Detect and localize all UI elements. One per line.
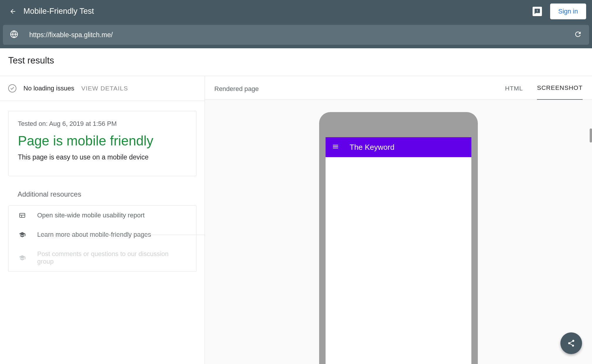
resource-label: Open site-wide mobile usability report [37, 212, 145, 219]
resource-label: Post comments or questions to our discus… [37, 250, 187, 265]
globe-icon [10, 30, 18, 40]
preview-label: Rendered page [214, 85, 491, 93]
graduation-cap-icon [18, 231, 27, 238]
phone-mockup: The Keyword [319, 112, 478, 364]
feedback-icon[interactable] [533, 7, 542, 16]
view-details-link[interactable]: VIEW DETAILS [81, 85, 128, 92]
resource-item-report[interactable]: Open site-wide mobile usability report [8, 206, 196, 225]
right-panel: Rendered page HTML SCREENSHOT The Keywor… [205, 76, 592, 364]
tab-screenshot[interactable]: SCREENSHOT [537, 84, 583, 100]
back-arrow-icon[interactable] [9, 8, 16, 15]
left-panel: No loading issues VIEW DETAILS Tested on… [0, 76, 205, 364]
report-icon [18, 212, 27, 219]
additional-resources-heading: Additional resources [18, 190, 205, 198]
app-title: Mobile-Friendly Test [23, 7, 526, 16]
resource-item-learn[interactable]: Learn more about mobile-friendly pages [8, 225, 196, 244]
header-actions: Sign in [533, 4, 586, 19]
url-bar-container: https://fixable-spa.glitch.me/ [0, 23, 592, 48]
discussion-icon [18, 254, 27, 261]
content-area: No loading issues VIEW DETAILS Tested on… [0, 76, 592, 364]
result-description: This page is easy to use on a mobile dev… [18, 153, 187, 161]
share-icon [567, 339, 575, 347]
scrollbar-thumb[interactable] [590, 128, 592, 142]
hamburger-icon [332, 143, 339, 151]
tested-on-text: Tested on: Aug 6, 2019 at 1:56 PM [18, 120, 187, 128]
phone-screen: The Keyword [326, 137, 471, 364]
app-header: Mobile-Friendly Test Sign in [0, 0, 592, 23]
reload-icon[interactable] [574, 30, 582, 40]
resources-card: Open site-wide mobile usability report L… [8, 205, 196, 272]
url-input[interactable]: https://fixable-spa.glitch.me/ [29, 31, 563, 39]
results-heading: Test results [8, 55, 584, 66]
tab-html[interactable]: HTML [505, 85, 523, 100]
check-circle-icon [8, 84, 16, 92]
status-text: No loading issues [23, 85, 74, 92]
resource-item-discuss[interactable]: Post comments or questions to our discus… [8, 244, 196, 271]
results-header: Test results [0, 48, 592, 76]
phone-preview-area: The Keyword [205, 100, 592, 364]
phone-app-title: The Keyword [350, 143, 394, 152]
share-fab[interactable] [560, 332, 582, 354]
url-bar[interactable]: https://fixable-spa.glitch.me/ [3, 25, 589, 45]
result-card: Tested on: Aug 6, 2019 at 1:56 PM Page i… [8, 111, 196, 176]
result-headline: Page is mobile friendly [18, 133, 187, 149]
preview-tabs: Rendered page HTML SCREENSHOT [205, 76, 592, 100]
phone-app-bar: The Keyword [326, 137, 471, 157]
loading-status-bar: No loading issues VIEW DETAILS [0, 76, 205, 101]
sign-in-button[interactable]: Sign in [550, 4, 586, 19]
